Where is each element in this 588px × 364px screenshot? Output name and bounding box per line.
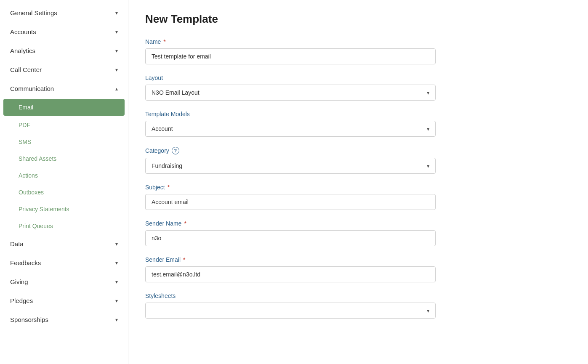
subject-input[interactable] — [145, 194, 436, 210]
subject-field-group: Subject * — [145, 184, 436, 210]
layout-select-wrapper: N3O Email Layout ▾ — [145, 85, 436, 101]
name-field-group: Name * — [145, 38, 436, 64]
sidebar-item-label: Giving — [10, 278, 28, 285]
sidebar-item-label: Communication — [10, 85, 54, 92]
sidebar-item-feedbacks[interactable]: Feedbacks ▾ — [0, 253, 128, 272]
main-content: New Template Name * Layout N3O Email Lay… — [128, 0, 588, 364]
chevron-down-icon: ▾ — [115, 298, 118, 304]
sidebar: General Settings ▾ Accounts ▾ Analytics … — [0, 0, 128, 364]
sidebar-sub-item-privacy-statements[interactable]: Privacy Statements — [0, 201, 128, 218]
stylesheets-field-group: Stylesheets ▾ — [145, 292, 436, 319]
sidebar-item-accounts[interactable]: Accounts ▾ — [0, 22, 128, 41]
sidebar-sub-item-label: Actions — [19, 172, 38, 179]
sidebar-sub-item-print-queues[interactable]: Print Queues — [0, 218, 128, 234]
page-title: New Template — [145, 13, 571, 26]
sender-name-input[interactable] — [145, 230, 436, 246]
required-indicator: * — [184, 220, 186, 227]
sidebar-item-communication[interactable]: Communication ▴ — [0, 79, 128, 98]
sidebar-sub-item-label: Email — [19, 104, 33, 111]
sidebar-item-analytics[interactable]: Analytics ▾ — [0, 41, 128, 60]
sidebar-item-label: Sponsorships — [10, 316, 48, 323]
chevron-down-icon: ▾ — [115, 317, 118, 323]
sidebar-item-label: Feedbacks — [10, 259, 41, 266]
chevron-down-icon: ▾ — [115, 67, 118, 73]
sidebar-sub-item-sms[interactable]: SMS — [0, 133, 128, 150]
subject-label: Subject * — [145, 184, 436, 191]
sidebar-item-label: General Settings — [10, 9, 57, 16]
name-label: Name * — [145, 38, 436, 45]
sidebar-sub-item-actions[interactable]: Actions — [0, 167, 128, 184]
sidebar-sub-item-label: Print Queues — [19, 223, 53, 229]
sidebar-sub-item-outboxes[interactable]: Outboxes — [0, 184, 128, 201]
sidebar-item-sponsorships[interactable]: Sponsorships ▾ — [0, 310, 128, 329]
sidebar-sub-item-pdf[interactable]: PDF — [0, 117, 128, 133]
stylesheets-label: Stylesheets — [145, 292, 436, 299]
sidebar-sub-item-label: Privacy Statements — [19, 206, 69, 213]
sender-name-field-group: Sender Name * — [145, 220, 436, 246]
sidebar-sub-item-label: PDF — [19, 122, 30, 128]
new-template-form: Name * Layout N3O Email Layout ▾ Templat… — [145, 38, 436, 319]
required-indicator: * — [183, 256, 185, 263]
category-select[interactable]: Fundraising — [145, 158, 436, 174]
sidebar-item-giving[interactable]: Giving ▾ — [0, 272, 128, 291]
template-models-select[interactable]: Account — [145, 121, 436, 137]
template-models-select-wrapper: Account ▾ — [145, 121, 436, 137]
sidebar-item-label: Accounts — [10, 28, 36, 35]
help-icon[interactable]: ? — [172, 147, 179, 154]
sidebar-item-label: Pledges — [10, 297, 33, 304]
stylesheets-select[interactable] — [145, 303, 436, 319]
sidebar-item-call-center[interactable]: Call Center ▾ — [0, 60, 128, 79]
name-input[interactable] — [145, 48, 436, 64]
chevron-down-icon: ▾ — [115, 29, 118, 35]
template-models-label: Template Models — [145, 111, 436, 117]
sidebar-item-label: Analytics — [10, 47, 35, 54]
category-field-group: Category ? Fundraising ▾ — [145, 147, 436, 174]
sender-email-input[interactable] — [145, 266, 436, 282]
sidebar-sub-item-label: Outboxes — [19, 189, 44, 196]
required-indicator: * — [168, 184, 170, 191]
layout-label: Layout — [145, 74, 436, 81]
layout-select[interactable]: N3O Email Layout — [145, 85, 436, 101]
chevron-up-icon: ▴ — [115, 86, 118, 92]
category-select-wrapper: Fundraising ▾ — [145, 158, 436, 174]
template-models-field-group: Template Models Account ▾ — [145, 111, 436, 137]
chevron-down-icon: ▾ — [115, 241, 118, 247]
chevron-down-icon: ▾ — [115, 48, 118, 54]
sidebar-sub-item-label: SMS — [19, 138, 31, 145]
sidebar-sub-item-email[interactable]: Email — [3, 99, 125, 116]
sidebar-item-pledges[interactable]: Pledges ▾ — [0, 291, 128, 310]
sender-email-label: Sender Email * — [145, 256, 436, 263]
chevron-down-icon: ▾ — [115, 260, 118, 266]
stylesheets-select-wrapper: ▾ — [145, 303, 436, 319]
sidebar-item-label: Call Center — [10, 66, 42, 73]
sender-email-field-group: Sender Email * — [145, 256, 436, 282]
sidebar-item-general-settings[interactable]: General Settings ▾ — [0, 3, 128, 22]
sender-name-label: Sender Name * — [145, 220, 436, 227]
required-indicator: * — [163, 38, 165, 45]
sidebar-sub-item-label: Shared Assets — [19, 155, 56, 162]
category-label: Category ? — [145, 147, 436, 154]
layout-field-group: Layout N3O Email Layout ▾ — [145, 74, 436, 101]
sidebar-sub-item-shared-assets[interactable]: Shared Assets — [0, 150, 128, 167]
sidebar-item-data[interactable]: Data ▾ — [0, 234, 128, 253]
chevron-down-icon: ▾ — [115, 279, 118, 285]
chevron-down-icon: ▾ — [115, 10, 118, 16]
sidebar-item-label: Data — [10, 240, 24, 247]
